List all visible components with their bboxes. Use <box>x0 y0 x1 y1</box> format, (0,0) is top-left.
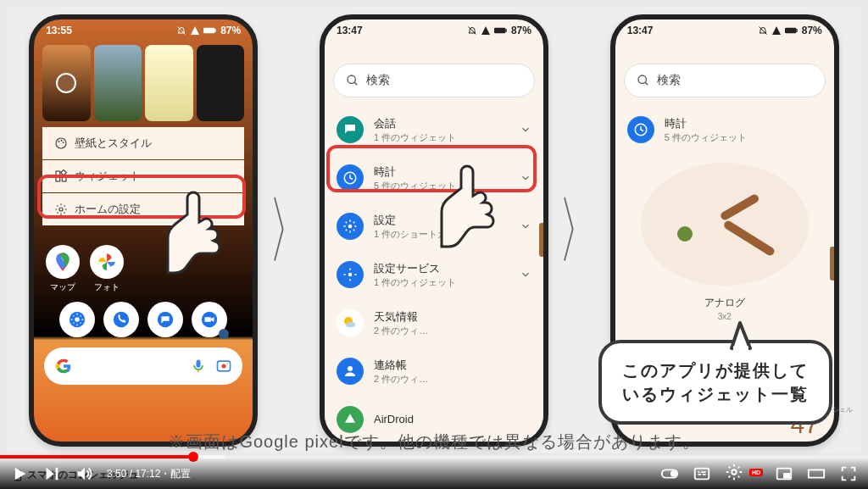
chevron-down-icon <box>520 269 531 281</box>
svg-rect-7 <box>56 177 60 181</box>
battery-percent-3: 87% <box>802 25 822 36</box>
svg-rect-31 <box>796 29 797 32</box>
scroll-thumb[interactable] <box>539 223 543 257</box>
wallpaper-thumb-1[interactable] <box>42 45 91 121</box>
volume-button[interactable] <box>75 464 93 483</box>
wallpaper-thumb-2[interactable] <box>94 45 142 121</box>
apps-row: マップ フォト <box>34 226 253 295</box>
list-item-contacts[interactable]: 連絡帳2 件のウィ… <box>325 347 543 396</box>
chat-icon <box>342 122 358 137</box>
svg-rect-30 <box>785 27 796 33</box>
list-item-settings[interactable]: 設定1 件のショートカット <box>325 203 543 251</box>
list-item-conversation[interactable]: 会話1 件のウィジェット <box>325 106 543 154</box>
svg-point-36 <box>671 471 676 476</box>
clock-icon <box>342 170 358 186</box>
app-maps[interactable]: マップ <box>46 245 80 293</box>
menu-home-label: ホームの設定 <box>75 202 141 217</box>
battery-icon <box>203 26 217 35</box>
search-placeholder-3: 検索 <box>657 73 681 88</box>
list-item-clock-expanded[interactable]: 時計5 件のウィジェット <box>615 106 834 154</box>
app-photos-label: フォト <box>94 281 120 293</box>
wallpaper-thumb-4[interactable] <box>197 45 245 121</box>
fullscreen-button[interactable] <box>839 464 858 483</box>
status-bar: 13:55 87% <box>34 19 253 40</box>
svg-rect-6 <box>56 171 60 175</box>
svg-point-3 <box>58 141 60 142</box>
svg-rect-0 <box>203 27 214 33</box>
phone-home-screen: 13:55 87% 壁紙とスタイル ウィジェット ホームの設定 <box>29 14 258 447</box>
svg-rect-17 <box>205 317 211 322</box>
battery-percent-2: 87% <box>511 25 531 36</box>
settings-button[interactable] <box>725 463 743 481</box>
video-player-controls: 3:50 / 17:12・配置 HD <box>0 458 868 489</box>
app-photos[interactable]: フォト <box>90 245 124 293</box>
google-search-bar[interactable] <box>44 347 242 385</box>
dock-messages[interactable] <box>147 302 183 337</box>
dock-settings[interactable] <box>59 302 95 337</box>
search-icon <box>637 74 650 87</box>
svg-point-5 <box>63 142 64 143</box>
dock-meet[interactable] <box>192 302 227 337</box>
menu-wallpaper-label: 壁紙とスタイル <box>75 136 152 151</box>
chevron-down-icon <box>520 220 531 232</box>
airdroid-icon <box>342 412 358 427</box>
svg-point-4 <box>61 139 63 141</box>
speech-line-2: いるウィジェット一覧 <box>622 382 809 406</box>
signal-icon <box>771 25 782 36</box>
list-item-weather[interactable]: 天気情報2 件のウィ… <box>325 299 543 347</box>
app-maps-label: マップ <box>50 281 75 293</box>
maps-icon <box>52 251 74 273</box>
clock-minute-hand <box>722 219 776 258</box>
clock-hour-hand <box>719 193 760 222</box>
palette-icon <box>54 136 68 150</box>
lens-icon[interactable] <box>215 358 232 375</box>
search-placeholder: 検索 <box>366 73 390 88</box>
bell-off-icon <box>758 25 768 36</box>
analog-clock-widget-preview[interactable] <box>641 163 809 286</box>
next-button[interactable] <box>42 464 61 483</box>
speech-bubble: このアプリが提供して いるウィジェット一覧 <box>598 340 832 425</box>
widget-search[interactable]: 検索 <box>333 64 535 97</box>
person-icon <box>342 364 358 379</box>
dock-phone[interactable] <box>103 302 139 337</box>
miniplayer-button[interactable] <box>775 464 793 483</box>
theater-button[interactable] <box>807 464 826 483</box>
play-button[interactable] <box>10 464 29 483</box>
menu-widget[interactable]: ウィジェット <box>42 160 244 192</box>
weather-icon <box>340 313 360 333</box>
svg-point-20 <box>222 364 226 368</box>
svg-rect-40 <box>784 474 789 478</box>
speech-line-1: このアプリが提供して <box>622 358 809 382</box>
menu-widget-label: ウィジェット <box>75 169 141 184</box>
svg-rect-37 <box>695 469 709 480</box>
clock-icon <box>633 122 648 137</box>
status-bar-2: 13:47 87% <box>325 19 543 40</box>
signal-icon <box>190 25 200 36</box>
widget-search-3[interactable]: 検索 <box>624 64 826 97</box>
scroll-thumb-3[interactable] <box>830 247 834 281</box>
svg-point-21 <box>227 362 229 364</box>
google-g-icon <box>54 357 73 375</box>
video-icon <box>200 310 219 329</box>
wallpaper-thumb-3[interactable] <box>145 45 193 121</box>
menu-wallpaper-style[interactable]: 壁紙とスタイル <box>42 127 244 159</box>
signal-icon <box>481 25 491 36</box>
mic-icon[interactable] <box>190 358 207 375</box>
search-icon <box>346 74 359 87</box>
status-time-3: 13:47 <box>627 25 654 36</box>
battery-icon <box>785 26 798 35</box>
svg-point-10 <box>59 208 63 211</box>
autoplay-toggle[interactable] <box>660 464 679 483</box>
list-item-clock[interactable]: 時計5 件のウィジェット <box>325 154 543 203</box>
arrow-right-2: 〉 <box>559 181 599 279</box>
hd-badge: HD <box>749 469 763 476</box>
subtitles-button[interactable] <box>693 464 711 483</box>
svg-point-24 <box>348 75 355 83</box>
list-item-settings-service[interactable]: 設定サービス1 件のウィジェット <box>325 251 543 299</box>
widgets-icon <box>54 169 68 183</box>
clock-seconds-dot <box>677 226 693 242</box>
gear-icon <box>54 203 68 216</box>
chevron-down-icon <box>520 172 531 184</box>
menu-home-settings[interactable]: ホームの設定 <box>42 193 244 225</box>
svg-point-13 <box>75 317 80 322</box>
